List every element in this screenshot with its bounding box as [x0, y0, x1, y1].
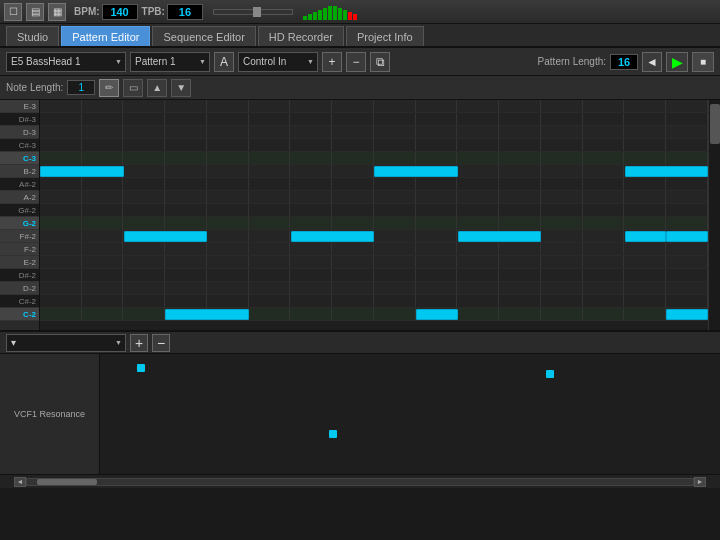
- grid-row-as2: [40, 178, 708, 191]
- stop-button[interactable]: ■: [692, 52, 714, 72]
- clone-btn[interactable]: ⧉: [370, 52, 390, 72]
- automation-label-column: VCF1 Resonance: [0, 354, 100, 474]
- bottom-scrollbar: ◄ ►: [0, 474, 720, 488]
- note-fs2-3[interactable]: [458, 231, 542, 242]
- note-c2-2[interactable]: [416, 309, 458, 320]
- control-dropdown[interactable]: Control In: [238, 52, 318, 72]
- piano-key-d3[interactable]: D-3: [0, 126, 39, 139]
- note-length-row: Note Length: 1 ✏ ▭ ▲ ▼: [0, 76, 720, 100]
- tpb-section: TPB: 16: [142, 4, 203, 20]
- piano-key-fs2[interactable]: F#-2: [0, 230, 39, 243]
- remove-note-btn[interactable]: −: [346, 52, 366, 72]
- grid-row-g2: [40, 217, 708, 230]
- add-automation-btn[interactable]: +: [130, 334, 148, 352]
- pattern-dropdown[interactable]: Pattern 1: [130, 52, 210, 72]
- piano-key-a2[interactable]: A-2: [0, 191, 39, 204]
- piano-key-ds3[interactable]: D#-3: [0, 113, 39, 126]
- grid-canvas: [40, 100, 708, 330]
- main-area: E-3 D#-3 D-3 C#-3 C-3 B-2 A#-2 A-2 G#-2 …: [0, 100, 720, 330]
- auto-dot-2[interactable]: [329, 430, 337, 438]
- play-button[interactable]: ▶: [666, 52, 688, 72]
- note-c2-3[interactable]: [666, 309, 708, 320]
- piano-key-g2[interactable]: G-2: [0, 217, 39, 230]
- grid-row-c2: [40, 308, 708, 321]
- piano-key-b2[interactable]: B-2: [0, 165, 39, 178]
- remove-automation-btn[interactable]: −: [152, 334, 170, 352]
- scroll-left-btn[interactable]: ◄: [14, 477, 26, 487]
- select-tool-btn[interactable]: ▭: [123, 79, 143, 97]
- note-length-value[interactable]: 1: [67, 80, 95, 95]
- open-icon[interactable]: ▤: [26, 3, 44, 21]
- note-length-label: Note Length:: [6, 82, 63, 93]
- grid-row-b2: [40, 165, 708, 178]
- grid-row-cs2: [40, 295, 708, 308]
- piano-key-f2[interactable]: F-2: [0, 243, 39, 256]
- bpm-label: BPM:: [74, 6, 100, 17]
- pencil-tool-btn[interactable]: ✏: [99, 79, 119, 97]
- bpm-value[interactable]: 140: [102, 4, 138, 20]
- tab-sequence-editor[interactable]: Sequence Editor: [152, 26, 255, 46]
- grid-row-f2: [40, 243, 708, 256]
- automation-header: ▾ + −: [0, 330, 720, 354]
- piano-roll: E-3 D#-3 D-3 C#-3 C-3 B-2 A#-2 A-2 G#-2 …: [0, 100, 40, 330]
- piano-key-ds2[interactable]: D#-2: [0, 269, 39, 282]
- automation-area: VCF1 Resonance: [0, 354, 720, 474]
- grid-area[interactable]: [40, 100, 708, 330]
- grid-row-e2: [40, 256, 708, 269]
- note-b2-3[interactable]: [625, 166, 709, 177]
- tab-project-info[interactable]: Project Info: [346, 26, 424, 46]
- level-meter: [303, 4, 357, 20]
- up-tool-btn[interactable]: ▲: [147, 79, 167, 97]
- grid-scrollbar[interactable]: [708, 100, 720, 330]
- note-fs2-2[interactable]: [291, 231, 375, 242]
- grid-row-cs3: [40, 139, 708, 152]
- piano-key-e2[interactable]: E-2: [0, 256, 39, 269]
- tab-bar: Studio Pattern Editor Sequence Editor HD…: [0, 24, 720, 48]
- down-tool-btn[interactable]: ▼: [171, 79, 191, 97]
- scroll-track-horizontal[interactable]: [26, 478, 694, 486]
- pattern-length-label: Pattern Length:: [538, 56, 606, 67]
- tpb-value[interactable]: 16: [167, 4, 203, 20]
- scroll-right-btn[interactable]: ►: [694, 477, 706, 487]
- auto-dot-1[interactable]: [137, 364, 145, 372]
- tpb-label: TPB:: [142, 6, 165, 17]
- piano-key-cs3[interactable]: C#-3: [0, 139, 39, 152]
- add-note-btn[interactable]: +: [322, 52, 342, 72]
- new-icon[interactable]: ☐: [4, 3, 22, 21]
- tab-hd-recorder[interactable]: HD Recorder: [258, 26, 344, 46]
- grid-row-d3: [40, 126, 708, 139]
- pattern-length-value[interactable]: 16: [610, 54, 638, 70]
- piano-key-c3[interactable]: C-3: [0, 152, 39, 165]
- pattern-header: E5 BassHead 1 Pattern 1 A Control In + −…: [0, 48, 720, 76]
- piano-key-d2[interactable]: D-2: [0, 282, 39, 295]
- piano-key-cs2[interactable]: C#-2: [0, 295, 39, 308]
- tab-pattern-editor[interactable]: Pattern Editor: [61, 26, 150, 46]
- note-c2-1[interactable]: [165, 309, 249, 320]
- note-b2-2[interactable]: [374, 166, 458, 177]
- scroll-thumb-horizontal[interactable]: [37, 479, 97, 485]
- piano-key-e3[interactable]: E-3: [0, 100, 39, 113]
- master-volume-slider[interactable]: [213, 9, 293, 15]
- bpm-section: BPM: 140: [74, 4, 138, 20]
- scrollbar-thumb-vertical[interactable]: [710, 104, 720, 144]
- tab-studio[interactable]: Studio: [6, 26, 59, 46]
- note-fs2-1[interactable]: [124, 231, 208, 242]
- automation-grid[interactable]: [100, 354, 720, 474]
- instrument-dropdown[interactable]: E5 BassHead 1: [6, 52, 126, 72]
- automation-dropdown[interactable]: ▾: [6, 334, 126, 352]
- note-b2-1[interactable]: [40, 166, 124, 177]
- decrease-length-btn[interactable]: ◄: [642, 52, 662, 72]
- save-icon[interactable]: ▦: [48, 3, 66, 21]
- piano-key-gs2[interactable]: G#-2: [0, 204, 39, 217]
- piano-key-c2[interactable]: C-2: [0, 308, 39, 321]
- piano-key-as2[interactable]: A#-2: [0, 178, 39, 191]
- note-fs2-4[interactable]: [625, 231, 667, 242]
- grid-row-c3: [40, 152, 708, 165]
- grid-row-gs2: [40, 204, 708, 217]
- pattern-length-section: Pattern Length: 16 ◄ ▶ ■: [538, 52, 714, 72]
- auto-dot-3[interactable]: [546, 370, 554, 378]
- note-fs2-5[interactable]: [666, 231, 708, 242]
- grid-row-e3: [40, 100, 708, 113]
- grid-row-d2: [40, 282, 708, 295]
- note-mode-btn[interactable]: A: [214, 52, 234, 72]
